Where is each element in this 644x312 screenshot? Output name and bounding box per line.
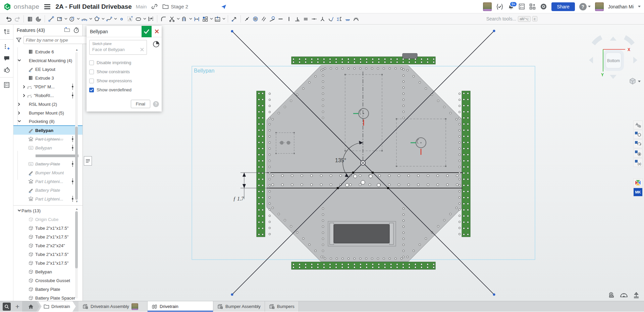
polygon-tool[interactable] <box>93 14 101 23</box>
arc-dropdown[interactable] <box>89 14 93 23</box>
feature-row[interactable]: EE Layout <box>13 65 83 74</box>
equal-constraint[interactable] <box>302 14 310 23</box>
part-row[interactable]: Tube 2"x1"x17.5" <box>13 232 83 241</box>
dialog-history-icon[interactable] <box>153 41 160 48</box>
linear-pattern-tool[interactable] <box>201 14 209 23</box>
part-row[interactable]: Origin Cube <box>13 215 83 224</box>
fix-constraint[interactable] <box>343 14 352 23</box>
features-scrollbar[interactable] <box>75 52 78 199</box>
perpendicular-constraint[interactable] <box>293 14 302 23</box>
polygon-dropdown[interactable] <box>101 14 105 23</box>
rectangle-tool[interactable] <box>55 14 64 23</box>
circle-tool[interactable] <box>68 14 76 23</box>
slot-dropdown[interactable] <box>143 14 147 23</box>
publication-icon[interactable] <box>221 4 227 9</box>
sync-constraint[interactable]: Σ <box>335 14 343 23</box>
extrude-tool[interactable] <box>26 14 34 23</box>
drag-dots-icon[interactable] <box>71 161 74 167</box>
clear-selection-icon[interactable] <box>140 48 144 51</box>
parts-scrollbar[interactable] <box>75 211 78 299</box>
add-folder-icon[interactable] <box>64 27 70 33</box>
document-tab[interactable]: Drivetrain Assembly <box>78 301 148 312</box>
hamburger-menu-icon[interactable] <box>44 4 51 9</box>
view-options-cube-icon[interactable] <box>630 78 641 84</box>
point-tool[interactable] <box>117 14 126 23</box>
concentric-constraint[interactable] <box>251 14 260 23</box>
grid-cube-tile[interactable] <box>633 130 643 139</box>
text-tool[interactable]: A <box>126 14 134 23</box>
drag-dots-icon[interactable] <box>71 92 74 98</box>
regen-time-icon[interactable] <box>73 27 79 33</box>
feature-row[interactable]: Bumper Mount (5) <box>13 108 83 117</box>
final-button[interactable]: Final <box>131 100 150 108</box>
protractor-icon[interactable] <box>620 292 628 299</box>
tasks-checklist-icon[interactable] <box>519 3 525 10</box>
mirror-tool[interactable] <box>147 14 155 23</box>
endpoint[interactable] <box>231 294 233 296</box>
import-dxf-tool[interactable]: DXF <box>213 14 222 23</box>
home-tab-button[interactable] <box>22 301 40 312</box>
document-tab[interactable]: Bumpers <box>265 301 299 312</box>
part-row[interactable]: Bellypan <box>13 267 83 276</box>
feature-row[interactable]: Extrude 6 <box>13 47 83 56</box>
user-menu-caret-icon[interactable] <box>638 6 641 7</box>
drag-dots-icon[interactable] <box>71 136 74 142</box>
rectangle-dropdown[interactable] <box>64 14 68 23</box>
feature-row[interactable]: Part Lighteni... <box>13 177 83 186</box>
feature-row[interactable]: Bellypan <box>13 126 83 135</box>
link-icon[interactable] <box>151 3 158 10</box>
expand-arrow-icon[interactable] <box>17 111 21 115</box>
feature-row[interactable]: Ve Bellypan <box>13 143 83 152</box>
user-name[interactable]: Jonathan Mi <box>608 4 634 9</box>
pinwheel-tile[interactable] <box>633 178 643 187</box>
feature-list-icon[interactable] <box>2 27 11 37</box>
trim-tool[interactable] <box>168 14 176 23</box>
horizontal-constraint[interactable] <box>276 14 285 23</box>
coincident-constraint[interactable] <box>243 14 251 23</box>
learning-center-icon[interactable] <box>540 3 547 10</box>
checkbox-icon[interactable] <box>89 60 94 65</box>
mass-properties-icon[interactable] <box>633 292 640 299</box>
checkbox-icon[interactable] <box>89 88 94 92</box>
feature-row[interactable]: Part Lighteni... <box>13 194 83 203</box>
endpoint[interactable] <box>493 294 495 296</box>
checkbox-icon[interactable] <box>89 79 94 83</box>
onshape-logo[interactable]: onshape <box>3 3 39 11</box>
dialog-help-icon[interactable]: ? <box>153 101 159 107</box>
fillet-tool[interactable] <box>159 14 168 23</box>
feature-row[interactable]: "PDH" M... <box>13 82 83 91</box>
dialog-accept-button[interactable] <box>142 26 152 37</box>
part-row[interactable]: Tube 2"x1"x17.5" <box>13 250 83 259</box>
dialog-checkbox[interactable]: Disable imprinting <box>89 58 159 67</box>
filter-funnel-icon[interactable] <box>16 37 21 43</box>
part-row[interactable]: Tube 2"x2"x24" <box>13 241 83 250</box>
user-avatar[interactable] <box>595 2 604 11</box>
line-tool[interactable] <box>47 14 55 23</box>
rollback-bar[interactable] <box>13 152 83 160</box>
performance-icon[interactable] <box>2 65 11 75</box>
redo-button[interactable] <box>13 14 21 23</box>
drag-dots-icon[interactable] <box>71 178 74 184</box>
notifications-bell-icon[interactable]: 9+ <box>508 3 514 10</box>
view-cube[interactable]: Bottom X Y <box>584 29 644 86</box>
feature-row[interactable]: Battery Plate <box>13 186 83 194</box>
transform-tool[interactable] <box>230 14 238 23</box>
circle-dropdown[interactable] <box>76 14 80 23</box>
drag-dots-icon[interactable] <box>71 196 74 202</box>
trim-dropdown[interactable] <box>176 14 180 23</box>
expand-arrow-icon[interactable] <box>17 120 21 123</box>
tangent-constraint[interactable] <box>268 14 276 23</box>
followed-checklist-icon[interactable] <box>2 80 11 90</box>
feature-row[interactable]: "RoboRI... <box>13 91 83 100</box>
add-tab-button[interactable]: + <box>13 301 22 312</box>
rollback-bar-handle[interactable] <box>84 156 92 166</box>
curvature-constraint[interactable] <box>352 14 360 23</box>
dialog-cancel-button[interactable] <box>152 26 162 37</box>
vertical-constraint[interactable] <box>285 14 293 23</box>
workspace-name[interactable]: Main <box>136 4 147 9</box>
feature-filter-input[interactable] <box>23 36 88 44</box>
search-tabs-button[interactable] <box>3 303 11 311</box>
endpoint[interactable] <box>231 30 233 33</box>
grid-camera-tile[interactable] <box>633 149 643 158</box>
scroll-down-icon[interactable]: ▼ <box>75 200 78 203</box>
